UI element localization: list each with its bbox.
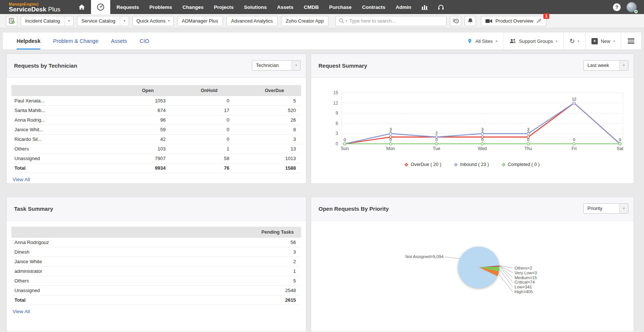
open-requests-priority-pie-chart: Others=2Very Low=3Medium=15Critical=74Lo… (311, 221, 634, 332)
panel-body: 03691215SunMonTueWedThuFriSat02222120333… (311, 78, 634, 167)
product-overview-button[interactable]: Product Overview 1 (481, 16, 546, 26)
svg-text:0: 0 (336, 141, 338, 146)
svg-text:9: 9 (336, 111, 338, 116)
table-row: Total2615 (11, 295, 301, 305)
point-label: 0 (481, 138, 483, 142)
cell-value: 103 (110, 144, 171, 154)
data-point (527, 143, 529, 145)
open-requests-by-priority-panel: Open Requests By Priority Priority ▾ Oth… (311, 197, 634, 332)
dashboard-tab-active[interactable] (91, 0, 110, 14)
table-row: Others103113 (11, 144, 301, 154)
technician-filter-select[interactable]: Technician ▾ (252, 60, 301, 71)
service-catalog-dropdown[interactable]: Service Catalog ▾ (77, 16, 129, 26)
headset-icon (438, 4, 444, 10)
chevron-down-icon[interactable]: ▾ (120, 16, 129, 26)
row-label: Ricardo Sil... (11, 135, 110, 144)
menu-icon[interactable] (621, 33, 641, 50)
incident-catalog-dropdown[interactable]: Incident Catalog ▾ (21, 16, 74, 26)
cell-value: 2548 (220, 286, 301, 295)
support-groups-dropdown[interactable]: Support Groups ▾ (503, 33, 563, 50)
support-button[interactable] (433, 0, 449, 14)
cell-value: 1588 (235, 163, 301, 173)
legend-item-inbound[interactable]: Inbound ( 23 ) (455, 162, 489, 167)
legend-marker-icon (405, 163, 408, 166)
panel-body: Pending TasksAnna Rodrigouz56Dinesh3Jani… (7, 227, 306, 315)
refresh-dropdown[interactable]: ↻ ▾ (564, 33, 585, 50)
reports-button[interactable] (417, 0, 433, 14)
admanager-plus-button[interactable]: ADManager Plus (177, 16, 223, 26)
nav-item-solutions[interactable]: Solutions (239, 4, 272, 10)
dashboard-controls: All Sites ▾ Support Groups ▾ ↻ ▾ + New ▾ (461, 33, 641, 50)
svg-text:Sun: Sun (341, 146, 348, 151)
nav-item-assets[interactable]: Assets (272, 4, 299, 10)
svg-text:Thu: Thu (525, 146, 532, 151)
chevron-down-icon: ▾ (556, 40, 557, 43)
chevron-down-icon: ▾ (496, 40, 497, 43)
nav-item-requests[interactable]: Requests (111, 4, 144, 10)
column-header: Pending Tasks (220, 227, 301, 238)
legend-item-overdue[interactable]: OverDue ( 20 ) (405, 162, 441, 167)
point-label: 3 (527, 127, 529, 132)
column-header (11, 85, 110, 96)
servicedesk-plus-logo-text: ServiceDesk Plus (9, 6, 60, 13)
cell-value: 1 (220, 267, 301, 276)
user-avatar[interactable] (627, 2, 637, 12)
tab-assets[interactable]: Assets (111, 33, 127, 50)
new-request-icon-button[interactable] (6, 16, 17, 26)
table-row: Janice White2 (11, 257, 301, 267)
tab-cio[interactable]: CIO (140, 33, 149, 50)
scheduled-tasks-icon-button[interactable] (450, 16, 461, 26)
cell-value: 96 (110, 115, 171, 125)
quick-actions-dropdown[interactable]: Quick Actions ▾ (132, 16, 174, 26)
svg-text:12: 12 (333, 101, 338, 106)
table-row: Others5 (11, 276, 301, 286)
view-all-link[interactable]: View All (13, 177, 30, 182)
pie-label-very-low: Very Low=3 (515, 271, 537, 275)
point-label: 3 (481, 127, 483, 132)
nav-item-admin[interactable]: Admin (391, 4, 417, 10)
tab-problem-change[interactable]: Problem & Change (53, 33, 98, 50)
panel-header: Requests by Technician Technician ▾ (7, 54, 306, 78)
search-input[interactable] (349, 18, 443, 24)
period-filter-select[interactable]: Last week ▾ (583, 60, 628, 71)
chevron-down-icon[interactable]: ▾ (64, 16, 73, 26)
advanced-analytics-button[interactable]: Advanced Analytics (226, 16, 278, 26)
search-scope-chevron-icon[interactable]: ▾ (345, 19, 347, 23)
cell-value: 5 (220, 276, 301, 286)
table-header-row: Pending Tasks (11, 227, 301, 238)
view-all-link[interactable]: View All (13, 309, 30, 314)
row-label: Total (11, 163, 110, 173)
new-dropdown[interactable]: + New ▾ (586, 33, 621, 50)
nav-item-projects[interactable]: Projects (209, 4, 239, 10)
legend-item-completed[interactable]: Completed ( 0 ) (502, 162, 540, 167)
table-row: Santa Mahib...67417520 (11, 106, 301, 115)
all-sites-dropdown[interactable]: All Sites ▾ (461, 33, 503, 50)
nav-item-changes[interactable]: Changes (177, 4, 209, 10)
help-icon[interactable]: ? (613, 3, 621, 11)
support-groups-icon (509, 38, 516, 44)
home-button[interactable] (74, 0, 90, 14)
priority-filter-select[interactable]: Priority ▾ (583, 203, 628, 214)
notifications-button[interactable] (465, 16, 476, 26)
panel-body: OpenOnHoldOverDuePaul Xenata...105305San… (7, 85, 306, 183)
pie-label-others: Others=2 (515, 266, 532, 270)
table-row: Ricardo Sil...4203 (11, 135, 301, 144)
tab-helpdesk[interactable]: Helpdesk (17, 33, 40, 50)
location-pin-icon (467, 38, 472, 44)
legend-marker-icon (454, 163, 458, 166)
app-logo[interactable]: ManageEngine) ServiceDesk Plus (0, 0, 65, 14)
nav-item-problems[interactable]: Problems (144, 4, 178, 10)
quick-actions-label: Quick Actions (136, 18, 166, 24)
zoho-creator-app-button[interactable]: Zoho Creator App (281, 16, 329, 26)
online-status-dot (634, 10, 638, 13)
pie-label-low: Low=341 (515, 285, 532, 289)
nav-item-purchase[interactable]: Purchase (324, 4, 357, 10)
table-row: Dinesh3 (11, 247, 301, 257)
nav-item-contracts[interactable]: Contracts (357, 4, 391, 10)
row-label: Total (11, 295, 220, 305)
quick-access-toolbar: Incident Catalog ▾ Service Catalog ▾ Qui… (0, 14, 644, 28)
global-search[interactable]: ▾ (336, 16, 446, 26)
row-label: Dinesh (11, 247, 220, 257)
point-label: 0 (573, 138, 575, 142)
nav-item-cmdb[interactable]: CMDB (299, 4, 324, 10)
